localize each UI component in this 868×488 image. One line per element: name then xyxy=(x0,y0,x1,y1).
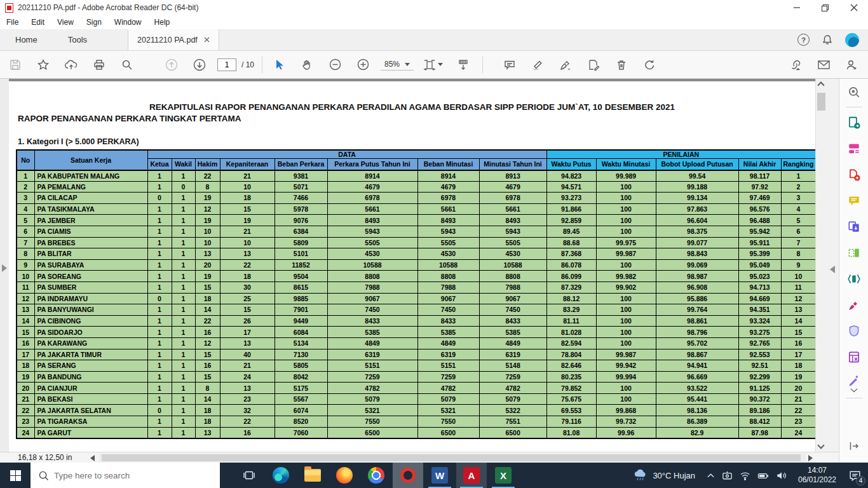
taskbar-clock[interactable]: 14:07 06/01/2022 xyxy=(794,466,841,485)
data-cell: 1 xyxy=(172,203,195,215)
tab-tools[interactable]: Tools xyxy=(53,29,102,50)
fill-and-sign-icon[interactable] xyxy=(839,292,868,318)
tab-close-icon[interactable] xyxy=(204,37,210,43)
horizontal-scrollbar[interactable] xyxy=(99,454,806,462)
data-cell: 4530 xyxy=(479,248,546,260)
highlight-tool-button[interactable] xyxy=(527,55,548,75)
star-button[interactable] xyxy=(33,55,53,75)
collapse-tools-pane-icon[interactable] xyxy=(830,266,835,273)
task-view-button[interactable] xyxy=(234,463,264,488)
vertical-scrollbar[interactable] xyxy=(815,79,826,452)
comment-panel-icon[interactable] xyxy=(839,187,868,214)
weather-widget[interactable]: 30°C Hujan xyxy=(633,468,695,482)
menu-help[interactable]: Help xyxy=(148,18,177,27)
edit-pdf-icon[interactable] xyxy=(839,135,868,161)
tab-home[interactable]: Home xyxy=(0,29,53,50)
redo-icon[interactable] xyxy=(639,55,660,75)
zoom-in-button[interactable] xyxy=(353,55,373,75)
zoom-out-button[interactable] xyxy=(325,55,345,75)
data-cell: 1 xyxy=(172,383,195,394)
email-icon[interactable] xyxy=(813,55,834,75)
tray-snip-icon[interactable] xyxy=(721,470,733,482)
search-button[interactable] xyxy=(117,55,137,75)
fill-sign-tool-button[interactable] xyxy=(555,55,576,75)
hand-tool-button[interactable] xyxy=(297,55,317,75)
sign-in-avatar-icon[interactable] xyxy=(841,55,862,75)
edge-icon xyxy=(273,467,289,484)
data-cell: 1 xyxy=(172,259,195,271)
next-page-button[interactable] xyxy=(189,55,210,75)
more-tools-icon[interactable] xyxy=(839,370,868,396)
compress-pdf-icon[interactable] xyxy=(839,266,868,292)
stamp-tool-button[interactable] xyxy=(583,55,604,75)
organize-pages-icon[interactable] xyxy=(839,240,868,266)
action-center-button[interactable]: 4 xyxy=(846,467,863,484)
expand-nav-pane-icon[interactable] xyxy=(2,264,7,272)
help-icon[interactable]: ? xyxy=(797,34,810,46)
export-pdf-icon[interactable] xyxy=(839,109,868,135)
table-row: 4PA TASIKMALAYA111215597856615661566191.… xyxy=(17,203,815,215)
previous-page-button[interactable] xyxy=(161,55,182,75)
combine-files-icon[interactable] xyxy=(839,214,868,240)
col-header-hakim: Hakim xyxy=(195,159,220,170)
menu-view[interactable]: View xyxy=(51,18,80,27)
taskbar-firefox[interactable] xyxy=(329,463,360,488)
taskbar-edge[interactable] xyxy=(266,463,296,488)
export-excel-icon[interactable] xyxy=(839,344,868,370)
wifi-icon[interactable] xyxy=(739,470,751,482)
tray-chevron-up-icon[interactable] xyxy=(706,471,715,480)
scroll-right-icon[interactable] xyxy=(808,455,813,461)
tools-pane-strip[interactable] xyxy=(826,79,839,452)
page-scrolling-button[interactable] xyxy=(453,55,473,75)
bell-icon[interactable] xyxy=(821,34,834,46)
close-button[interactable] xyxy=(839,0,868,15)
page-number-input[interactable] xyxy=(217,58,236,71)
cloud-upload-button[interactable] xyxy=(61,55,81,75)
menu-file[interactable]: File xyxy=(0,18,25,27)
comment-tool-button[interactable] xyxy=(499,55,520,75)
data-cell: 22 xyxy=(781,405,815,416)
expand-pane-icon[interactable] xyxy=(839,440,868,452)
taskbar-chrome[interactable] xyxy=(361,463,391,488)
search-tools-icon[interactable] xyxy=(839,79,868,105)
data-cell: 1 xyxy=(147,181,172,193)
taskbar-search[interactable] xyxy=(31,463,220,488)
taskbar-acrobat[interactable]: A xyxy=(456,463,487,488)
data-cell: 14 xyxy=(195,304,220,316)
print-button[interactable] xyxy=(89,55,109,75)
data-cell: 4679 xyxy=(479,181,546,193)
navigation-pane-strip[interactable] xyxy=(0,79,9,452)
menu-window[interactable]: Window xyxy=(108,18,148,27)
scroll-up-icon[interactable] xyxy=(817,81,824,88)
data-cell: 30 xyxy=(220,281,275,293)
taskbar-opera[interactable] xyxy=(393,463,423,488)
delete-tool-button[interactable] xyxy=(611,55,632,75)
tab-document[interactable]: 20211210 PA.pdf xyxy=(128,29,219,50)
data-cell: 7450 xyxy=(327,304,417,316)
volume-icon[interactable] xyxy=(775,470,788,482)
horizontal-scrollbar-thumb[interactable] xyxy=(102,454,801,461)
taskbar-excel[interactable]: X xyxy=(488,463,519,488)
menu-edit[interactable]: Edit xyxy=(25,18,51,27)
select-tool-button[interactable] xyxy=(269,55,289,75)
share-link-icon[interactable] xyxy=(785,55,806,75)
fit-width-button[interactable] xyxy=(420,55,445,75)
protect-pdf-icon[interactable] xyxy=(839,318,868,344)
scroll-left-icon[interactable] xyxy=(90,455,95,461)
zoom-level-dropdown[interactable]: 85% xyxy=(381,58,414,71)
data-cell: 15 xyxy=(220,304,275,316)
start-button[interactable] xyxy=(0,463,31,488)
minimize-button[interactable] xyxy=(782,0,811,15)
taskbar-file-explorer[interactable] xyxy=(297,463,328,488)
taskbar-word[interactable]: W xyxy=(424,463,455,488)
data-cell: 6 xyxy=(17,226,34,237)
search-input[interactable] xyxy=(54,471,194,480)
restore-button[interactable] xyxy=(811,0,839,15)
vertical-scrollbar-thumb[interactable] xyxy=(817,93,825,111)
menu-sign[interactable]: Sign xyxy=(80,18,108,27)
battery-icon[interactable] xyxy=(757,470,770,482)
create-pdf-icon[interactable] xyxy=(839,161,868,187)
save-button[interactable] xyxy=(5,55,25,75)
scroll-down-icon[interactable] xyxy=(817,442,824,449)
user-avatar[interactable] xyxy=(845,33,859,47)
